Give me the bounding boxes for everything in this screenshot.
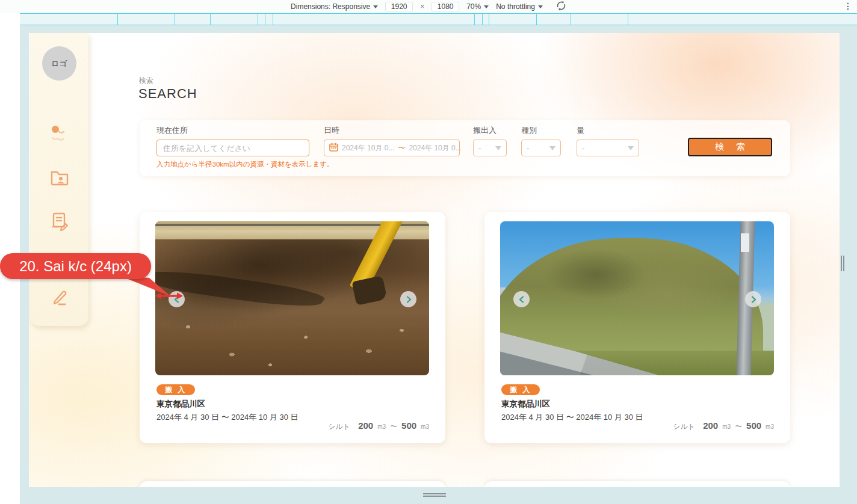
volume-min: 200 [703, 420, 718, 431]
sidebar-item-resources[interactable] [48, 123, 72, 147]
volume-separator: 〜 [390, 422, 397, 432]
chevron-down-icon [538, 5, 543, 8]
chevron-down-icon [484, 5, 489, 8]
type-value: - [527, 144, 529, 153]
chevron-down-icon [549, 146, 555, 150]
more-options-icon[interactable]: ⋮ [844, 1, 852, 11]
date-to-value: 2024年 10月 0... [409, 143, 461, 153]
media-query-divider [536, 14, 537, 25]
photo-dirt-mound [500, 238, 763, 358]
sun-waves-icon [49, 123, 70, 147]
result-card-partial [484, 481, 790, 487]
times-symbol: × [420, 2, 424, 11]
search-panel: 現在住所 入力地点から半径30km以内の資源・資材を表示します。 日時 [140, 120, 790, 176]
carousel-prev-button[interactable] [169, 291, 185, 307]
amount-value: - [582, 144, 584, 153]
media-query-divider [482, 14, 483, 25]
card-volume-stats: シルト 200 m3 〜 500 m3 [328, 420, 429, 432]
card-volume-stats: シルト 200 m3 〜 500 m3 [673, 420, 774, 432]
type-label: 種別 [521, 125, 537, 136]
zoom-dropdown[interactable]: 70% [466, 2, 489, 11]
inout-value: - [478, 144, 481, 153]
carousel-prev-button[interactable] [513, 291, 530, 307]
volume-unit: m3 [722, 423, 731, 430]
screen: Dimensions: Responsive × 70% No throttli… [0, 0, 857, 504]
volume-max: 500 [746, 420, 761, 431]
photo-pebbles [155, 306, 429, 375]
card-photo-mound [500, 221, 774, 375]
card-period: 2024年 4 月 30 日 〜 2024年 10 月 30 日 [156, 412, 299, 423]
search-button[interactable]: 検 索 [688, 138, 772, 156]
type-select[interactable]: - [521, 140, 561, 156]
result-card[interactable]: 搬 入 東京都品川区 2024年 4 月 30 日 〜 2024年 10 月 3… [140, 212, 445, 443]
media-query-divider [175, 14, 175, 25]
dimensions-dropdown[interactable]: Dimensions: Responsive [291, 2, 378, 11]
media-query-divider [265, 14, 265, 25]
throttling-dropdown[interactable]: No throttling [496, 2, 543, 11]
media-query-divider [628, 14, 628, 25]
devtools-toolbar: Dimensions: Responsive × 70% No throttli… [0, 0, 857, 13]
chevron-down-icon [495, 146, 501, 150]
address-input[interactable] [156, 140, 309, 156]
rotate-device-icon[interactable] [556, 1, 566, 13]
viewport-resize-handle-bottom[interactable] [423, 493, 446, 497]
emulated-viewport: ロゴ [29, 33, 840, 487]
photo-pole-sign [741, 233, 749, 252]
carry-in-badge: 搬 入 [501, 384, 540, 395]
radius-helper-text: 入力地点から半径30km以内の資源・資材を表示します。 [156, 160, 334, 169]
sidebar-item-accounts[interactable] [48, 167, 72, 191]
volume-unit: m3 [377, 423, 386, 430]
media-query-divider [273, 14, 273, 25]
media-query-divider [571, 14, 571, 25]
result-card[interactable]: 搬 入 東京都品川区 2024年 4 月 30 日 〜 2024年 10 月 3… [484, 212, 790, 443]
throttling-value: No throttling [496, 2, 535, 11]
volume-min: 200 [358, 420, 373, 431]
calendar-icon [329, 143, 338, 154]
date-from-value: 2024年 10月 0... [342, 143, 394, 153]
pencil-icon [49, 287, 70, 311]
media-query-divider [474, 14, 475, 25]
media-query-divider [258, 14, 258, 25]
card-photo-excavator [155, 221, 429, 375]
address-label: 現在住所 [156, 125, 188, 136]
document-edit-icon [49, 211, 70, 235]
carousel-next-button[interactable] [400, 291, 416, 307]
volume-max: 500 [401, 420, 416, 431]
dimensions-label: Dimensions: Responsive [291, 2, 370, 11]
material-label: シルト [328, 422, 350, 432]
viewport-resize-handle-right[interactable] [841, 256, 846, 271]
zoom-value: 70% [466, 2, 481, 11]
date-range-separator: 〜 [398, 143, 405, 153]
date-label: 日時 [324, 125, 339, 136]
sidebar-item-register[interactable] [48, 287, 72, 311]
sidebar-item-documents[interactable] [48, 211, 72, 235]
card-location: 東京都品川区 [156, 399, 205, 410]
media-query-divider [210, 14, 211, 25]
folder-user-icon [49, 167, 70, 191]
width-input[interactable] [385, 2, 413, 11]
carousel-next-button[interactable] [745, 291, 761, 307]
card-period: 2024年 4 月 30 日 〜 2024年 10 月 30 日 [501, 412, 643, 423]
height-input[interactable] [432, 2, 459, 11]
amount-label: 量 [577, 125, 584, 136]
amount-select[interactable]: - [577, 140, 639, 156]
volume-unit: m3 [766, 423, 774, 430]
sidebar: ロゴ [30, 33, 88, 326]
result-card-partial [140, 481, 445, 487]
media-query-divider [489, 14, 489, 25]
page-eyebrow: 検索 [139, 76, 153, 86]
card-location: 東京都品川区 [501, 399, 550, 410]
chevron-down-icon [373, 5, 378, 8]
logo[interactable]: ロゴ [42, 46, 76, 81]
inout-select[interactable]: - [473, 140, 507, 156]
chevron-down-icon [628, 146, 634, 150]
inout-label: 搬出入 [473, 125, 497, 136]
volume-separator: 〜 [735, 422, 742, 432]
media-query-divider [117, 14, 118, 25]
date-range-input[interactable]: 2024年 10月 0... 〜 2024年 10月 0... [324, 140, 460, 156]
carry-in-badge: 搬 入 [156, 384, 195, 395]
page-title: SEARCH [138, 86, 197, 102]
volume-unit: m3 [421, 423, 429, 430]
material-label: シルト [673, 422, 695, 432]
media-query-bar[interactable] [20, 13, 857, 25]
